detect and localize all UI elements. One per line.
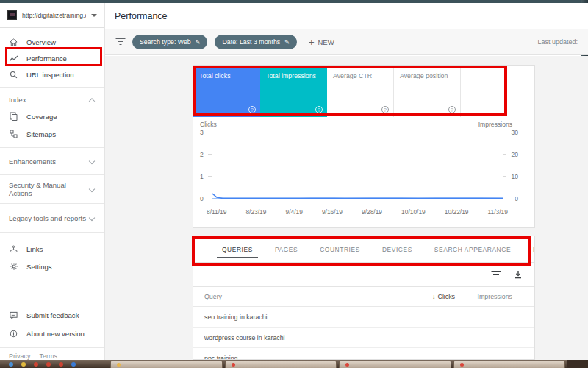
sidebar-section-enhancements[interactable]: Enhancements [0, 152, 104, 170]
sidebar-item-label: Settings [26, 263, 52, 271]
right-axis-tick: 0 [506, 195, 518, 202]
query-cell: wordpress course in karachi [193, 334, 402, 342]
sidebar-item-url-inspection[interactable]: URL inspection [0, 66, 104, 82]
home-icon [9, 38, 18, 47]
new-filter-button[interactable]: + NEW [309, 37, 334, 48]
sidebar-item-label: Performance [26, 54, 67, 63]
taskbar-app-icon[interactable] [46, 362, 51, 367]
query-table-card: QUERIES PAGES COUNTRIES DEVICES SEARCH A… [193, 236, 535, 360]
chip-label: Date: Last 3 months [222, 38, 280, 46]
filter-bar: Search type: Web ✎ Date: Last 3 months ✎… [105, 29, 588, 55]
taskbar-app-icon[interactable] [34, 362, 38, 367]
taskbar-window-button[interactable] [225, 361, 337, 368]
table-filter-icon[interactable] [491, 271, 501, 279]
left-axis-tick: 1 [200, 173, 210, 180]
tab-pages[interactable]: PAGES [264, 236, 309, 262]
column-header-clicks[interactable]: ↓Clicks [402, 293, 455, 300]
sidebar-item-label: Overview [26, 38, 56, 46]
taskbar-app-icon[interactable] [71, 362, 76, 367]
help-icon[interactable]: ? [315, 106, 323, 113]
sidebar-item-overview[interactable]: Overview [0, 34, 104, 50]
metric-card-total-impressions[interactable]: Total impressions ? [260, 66, 327, 117]
tab-countries[interactable]: COUNTRIES [309, 236, 371, 262]
table-row[interactable]: seo training in karachi [193, 307, 534, 328]
metric-card-average-ctr[interactable]: Average CTR ? [327, 66, 394, 117]
tab-queries[interactable]: QUERIES [211, 236, 264, 262]
tick-dash [208, 176, 212, 177]
chevron-down-icon [89, 158, 95, 164]
section-label: Enhancements [9, 158, 56, 166]
left-axis-tick: 2 [200, 151, 210, 158]
sidebar-section-security[interactable]: Security & Manual Actions [0, 180, 104, 199]
section-label: Legacy tools and reports [9, 214, 86, 222]
taskbar-app-icon[interactable] [9, 362, 13, 367]
filter-funnel-icon[interactable] [115, 38, 125, 46]
table-toolbar [193, 263, 534, 287]
metric-card-average-position[interactable]: Average position ? [394, 66, 461, 117]
metric-label: Average position [400, 72, 448, 79]
sidebar-item-links[interactable]: Links [0, 240, 104, 258]
help-icon[interactable]: ? [448, 106, 456, 113]
sidebar-item-label: Links [26, 245, 43, 253]
sidebar-item-submit-feedback[interactable]: Submit feedback [0, 306, 104, 325]
sidebar-item-sitemaps[interactable]: Sitemaps [0, 125, 104, 143]
chevron-down-icon [89, 186, 95, 192]
tab-search-appearance[interactable]: SEARCH APPEARANCE [423, 236, 522, 262]
taskbar-window-button[interactable] [453, 361, 566, 368]
column-header-query[interactable]: Query [193, 293, 402, 300]
date-range-chip[interactable]: Date: Last 3 months ✎ [215, 35, 296, 49]
chip-label: Search type: Web [140, 38, 191, 46]
tab-label: DEVICES [382, 246, 412, 253]
new-filter-label: NEW [318, 38, 334, 46]
table-row[interactable]: wordpress course in karachi [193, 328, 534, 348]
taskbar-window-button[interactable] [110, 361, 223, 368]
sidebar-section-legacy-tools[interactable]: Legacy tools and reports [0, 208, 104, 227]
search-type-chip[interactable]: Search type: Web ✎ [132, 35, 207, 49]
taskbar-app-icon[interactable] [59, 362, 63, 367]
search-icon [9, 70, 18, 79]
sidebar: http://digitalizetraining.com/ Overview … [0, 3, 105, 360]
taskbar-window-button[interactable] [339, 361, 451, 368]
metric-label: Average CTR [333, 72, 372, 79]
sidebar-nav: Overview Performance URL inspection Inde… [0, 28, 104, 360]
sidebar-item-about-new-version[interactable]: About new version [0, 325, 104, 343]
chevron-up-icon [89, 98, 95, 104]
metric-card-total-clicks[interactable]: Total clicks ? [193, 66, 260, 117]
sidebar-item-coverage[interactable]: Coverage [0, 107, 104, 125]
x-axis-labels: 8/11/19 8/23/19 9/4/19 9/16/19 9/28/19 1… [207, 208, 508, 216]
tab-label: PAGES [275, 246, 298, 253]
help-icon[interactable]: ? [248, 106, 256, 113]
x-tick: 9/28/19 [362, 208, 382, 216]
taskbar-tray [567, 360, 588, 368]
tab-devices[interactable]: DEVICES [371, 236, 423, 262]
privacy-link[interactable]: Privacy [9, 353, 31, 360]
column-header-impressions[interactable]: Impressions [455, 293, 534, 300]
sidebar-item-performance[interactable]: Performance [0, 50, 104, 66]
sidebar-section-index[interactable]: Index [0, 92, 104, 107]
download-icon[interactable] [514, 270, 523, 279]
sidebar-item-label: About new version [26, 330, 85, 338]
chevron-down-icon [89, 215, 95, 221]
table-row[interactable]: ppc training [193, 348, 534, 360]
sidebar-spacer [0, 275, 104, 306]
property-selector[interactable]: http://digitalizetraining.com/ [0, 3, 104, 28]
terms-link[interactable]: Terms [40, 353, 58, 360]
property-url: http://digitalizetraining.com/ [22, 12, 86, 19]
tab-dates[interactable]: DATES [522, 236, 535, 262]
sidebar-divider [0, 87, 104, 88]
x-tick: 11/3/19 [488, 208, 508, 216]
right-axis-tick: 30 [506, 129, 518, 136]
taskbar-app-icon[interactable] [21, 362, 26, 367]
performance-chart-card: Total clicks ? Total impressions ? Avera… [193, 65, 535, 228]
sidebar-item-settings[interactable]: Settings [0, 258, 104, 275]
tab-label: DATES [533, 246, 535, 253]
dimension-tabs: QUERIES PAGES COUNTRIES DEVICES SEARCH A… [193, 236, 534, 263]
x-tick: 8/11/19 [207, 208, 226, 216]
metric-row-filler [461, 66, 534, 117]
tick-dash [208, 154, 212, 155]
help-icon[interactable]: ? [381, 106, 389, 113]
page-header: Performance [105, 3, 588, 29]
window-icon [345, 363, 349, 367]
active-tab-underline [217, 257, 258, 259]
window-icon [117, 363, 121, 367]
